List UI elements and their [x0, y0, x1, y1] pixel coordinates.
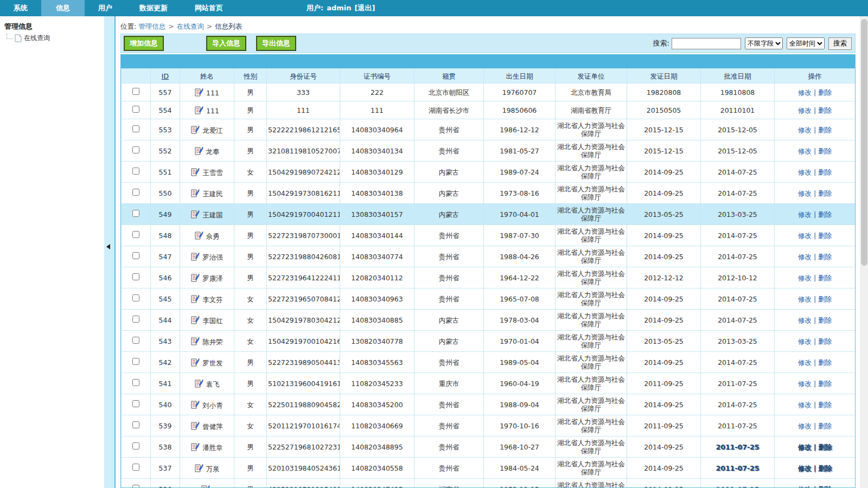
edit-link[interactable]: 修改: [798, 337, 812, 345]
edit-link[interactable]: 修改: [798, 464, 812, 472]
logout-link[interactable]: [退出]: [355, 4, 375, 12]
export-info-button[interactable]: 导出信息: [256, 36, 296, 51]
delete-link[interactable]: 删除: [818, 88, 832, 97]
edit-doc-icon[interactable]: [191, 442, 200, 452]
import-info-button[interactable]: 导入信息: [206, 36, 246, 51]
edit-doc-icon[interactable]: [191, 294, 200, 304]
add-info-button[interactable]: 增加信息: [124, 36, 164, 51]
edit-link[interactable]: 修改: [798, 274, 812, 282]
delete-link[interactable]: 删除: [818, 401, 832, 409]
edit-link[interactable]: 修改: [798, 380, 812, 388]
edit-link[interactable]: 修改: [798, 126, 812, 134]
collapse-sidebar-icon[interactable]: [106, 244, 110, 249]
delete-link[interactable]: 删除: [818, 422, 832, 430]
row-checkbox[interactable]: [132, 337, 139, 344]
delete-link[interactable]: 删除: [818, 443, 832, 451]
edit-doc-icon[interactable]: [191, 358, 200, 367]
breadcrumb-item-1[interactable]: 在线查询: [177, 22, 204, 30]
edit-doc-icon[interactable]: [191, 337, 200, 346]
edit-link[interactable]: 修改: [798, 232, 812, 240]
row-checkbox[interactable]: [132, 485, 139, 488]
edit-link[interactable]: 修改: [798, 316, 812, 324]
edit-link[interactable]: 修改: [798, 443, 812, 451]
row-checkbox[interactable]: [132, 125, 139, 132]
row-checkbox[interactable]: [132, 168, 139, 175]
delete-link[interactable]: 删除: [818, 168, 832, 176]
edit-link[interactable]: 修改: [798, 358, 812, 367]
delete-link[interactable]: 删除: [818, 337, 832, 345]
sidebar-item-online-query[interactable]: 在线查询: [7, 34, 104, 43]
edit-link[interactable]: 修改: [798, 147, 812, 155]
nav-tab-2[interactable]: 用户: [85, 0, 126, 16]
edit-link[interactable]: 修改: [798, 253, 812, 261]
edit-doc-icon[interactable]: [191, 400, 200, 409]
breadcrumb-item-0[interactable]: 管理信息: [138, 22, 165, 30]
delete-link[interactable]: 删除: [818, 316, 832, 324]
scrollbar-thumb[interactable]: [861, 19, 867, 266]
row-checkbox[interactable]: [132, 106, 139, 113]
edit-doc-icon[interactable]: [191, 252, 200, 261]
search-input[interactable]: [672, 38, 741, 49]
edit-link[interactable]: 修改: [798, 401, 812, 409]
delete-link[interactable]: 删除: [818, 147, 832, 155]
edit-link[interactable]: 修改: [798, 485, 812, 488]
delete-link[interactable]: 删除: [818, 106, 832, 114]
delete-link[interactable]: 删除: [818, 380, 832, 388]
edit-doc-icon[interactable]: [191, 168, 200, 177]
row-checkbox[interactable]: [132, 231, 139, 238]
edit-doc-icon[interactable]: [195, 464, 203, 473]
edit-link[interactable]: 修改: [798, 422, 812, 430]
edit-link[interactable]: 修改: [798, 168, 812, 176]
row-checkbox[interactable]: [132, 273, 139, 280]
edit-doc-icon[interactable]: [195, 146, 203, 156]
delete-link[interactable]: 删除: [818, 210, 832, 219]
delete-link[interactable]: 删除: [818, 232, 832, 240]
nav-tab-1[interactable]: 信息: [41, 0, 85, 16]
edit-doc-icon[interactable]: [191, 421, 200, 431]
field-select[interactable]: 不限字段: [745, 37, 783, 49]
edit-doc-icon[interactable]: [191, 273, 200, 282]
row-checkbox[interactable]: [132, 210, 139, 217]
row-checkbox[interactable]: [132, 189, 139, 196]
edit-doc-icon[interactable]: [201, 485, 210, 488]
delete-link[interactable]: 删除: [818, 485, 832, 488]
delete-link[interactable]: 删除: [818, 358, 832, 367]
time-select[interactable]: 全部时间: [787, 37, 825, 49]
edit-doc-icon[interactable]: [191, 210, 200, 219]
row-checkbox[interactable]: [132, 316, 139, 323]
delete-link[interactable]: 删除: [818, 295, 832, 303]
nav-tab-0[interactable]: 系统: [0, 0, 41, 16]
delete-link[interactable]: 删除: [818, 274, 832, 282]
delete-link[interactable]: 删除: [818, 126, 832, 134]
row-checkbox[interactable]: [132, 421, 139, 428]
row-checkbox[interactable]: [132, 442, 139, 450]
edit-doc-icon[interactable]: [191, 125, 200, 134]
nav-tab-3[interactable]: 数据更新: [126, 0, 181, 16]
row-checkbox[interactable]: [132, 294, 139, 301]
sidebar-splitter[interactable]: [104, 16, 116, 488]
id-sort-link[interactable]: ID: [162, 72, 169, 80]
row-checkbox[interactable]: [132, 88, 139, 95]
row-checkbox[interactable]: [132, 400, 139, 407]
search-button[interactable]: 搜索: [828, 37, 852, 50]
edit-doc-icon[interactable]: [195, 88, 203, 97]
edit-doc-icon[interactable]: [195, 231, 203, 240]
edit-link[interactable]: 修改: [798, 88, 812, 97]
edit-link[interactable]: 修改: [798, 189, 812, 197]
edit-link[interactable]: 修改: [798, 295, 812, 303]
edit-doc-icon[interactable]: [195, 106, 203, 115]
row-checkbox[interactable]: [132, 379, 139, 386]
edit-link[interactable]: 修改: [798, 106, 812, 114]
edit-doc-icon[interactable]: [191, 316, 200, 325]
delete-link[interactable]: 删除: [818, 464, 832, 472]
nav-tab-4[interactable]: 网站首页: [181, 0, 237, 16]
row-checkbox[interactable]: [132, 146, 139, 153]
edit-doc-icon[interactable]: [191, 189, 200, 198]
row-checkbox[interactable]: [132, 358, 139, 365]
edit-doc-icon[interactable]: [195, 379, 203, 388]
vertical-scrollbar[interactable]: [860, 16, 868, 488]
row-checkbox[interactable]: [132, 464, 139, 471]
delete-link[interactable]: 删除: [818, 253, 832, 261]
row-checkbox[interactable]: [132, 252, 139, 259]
edit-link[interactable]: 修改: [798, 210, 812, 219]
